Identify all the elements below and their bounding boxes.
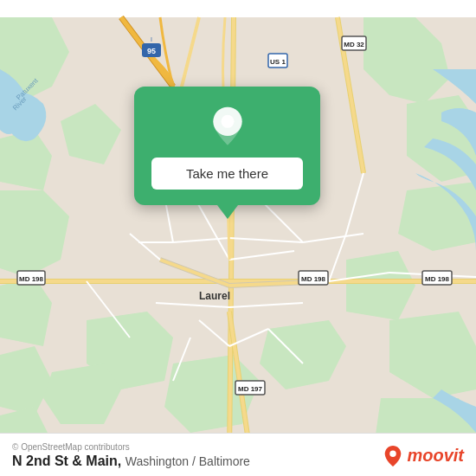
svg-point-75 — [221, 115, 234, 128]
svg-text:I: I — [151, 36, 152, 42]
svg-text:MD 198: MD 198 — [301, 275, 326, 283]
svg-point-76 — [390, 450, 396, 456]
copyright-text: © OpenStreetMap contributors — [12, 442, 250, 452]
moovit-brand-text: moovit — [407, 446, 464, 466]
svg-text:US 1: US 1 — [270, 58, 286, 66]
svg-text:MD 198: MD 198 — [425, 275, 450, 283]
map-background: 95 I 95 US 1 MD 32 MD 198 MD 198 MD 198 … — [0, 0, 476, 476]
svg-text:MD 198: MD 198 — [19, 275, 44, 283]
svg-text:Laurel: Laurel — [199, 290, 230, 302]
take-me-there-button[interactable]: Take me there — [151, 158, 303, 190]
svg-text:MD 32: MD 32 — [344, 41, 364, 48]
location-pin-icon — [206, 106, 249, 149]
location-name: N 2nd St & Main, Washington / Baltimore — [12, 453, 250, 469]
moovit-logo: moovit — [383, 445, 464, 467]
popup-card: Take me there — [134, 87, 320, 205]
svg-text:MD 197: MD 197 — [238, 385, 263, 393]
svg-text:95: 95 — [147, 47, 156, 55]
moovit-pin-icon — [383, 445, 402, 467]
map-container: 95 I 95 US 1 MD 32 MD 198 MD 198 MD 198 … — [0, 0, 476, 476]
bottom-bar: © OpenStreetMap contributors N 2nd St & … — [0, 433, 476, 476]
location-info: © OpenStreetMap contributors N 2nd St & … — [12, 442, 250, 469]
